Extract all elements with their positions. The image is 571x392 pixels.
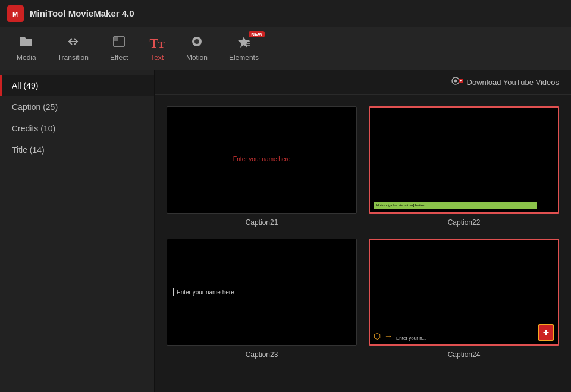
svg-text:M: M [12, 11, 18, 18]
nav-item-elements[interactable]: NEW Elements [218, 27, 269, 70]
svg-point-5 [194, 39, 199, 44]
nav-label-transition: Transition [58, 54, 89, 62]
caption22-label: Caption22 [448, 218, 481, 227]
download-icon [451, 76, 463, 88]
caption24-content: ⬡ → Enter your n... [370, 240, 558, 344]
caption23-label: Caption23 [246, 350, 278, 359]
list-item[interactable]: Enter your name here Caption23 [167, 239, 357, 359]
sidebar-item-all[interactable]: All (49) [0, 75, 154, 96]
content-panel[interactable]: Download YouTube Videos Enter your name … [155, 70, 571, 392]
download-youtube-button[interactable]: Download YouTube Videos [451, 76, 559, 88]
sidebar-item-title[interactable]: Title (14) [0, 139, 154, 161]
app-title: MiniTool MovieMaker 4.0 [30, 8, 134, 18]
sidebar-item-credits[interactable]: Credits (10) [0, 118, 154, 139]
motion-icon [190, 36, 203, 51]
download-label: Download YouTube Videos [467, 78, 559, 87]
caption23-thumb[interactable]: Enter your name here [167, 239, 357, 346]
transition-icon [66, 36, 80, 51]
nav-label-motion: Motion [186, 54, 208, 62]
list-item[interactable]: ⬡ → Enter your n... + Caption24 [369, 239, 559, 359]
caption22-bar: Motion [globe visualizer] button [374, 202, 537, 209]
list-item[interactable]: Enter your name here Caption21 [167, 106, 357, 227]
media-icon [19, 36, 33, 51]
caption24-arrow: → [384, 331, 393, 341]
svg-rect-3 [114, 37, 118, 41]
sidebar-item-caption[interactable]: Caption (25) [0, 96, 154, 118]
app-logo: M [7, 5, 24, 22]
svg-marker-6 [238, 37, 250, 48]
content-header: Download YouTube Videos [155, 70, 571, 95]
caption23-content: Enter your name here [167, 239, 356, 345]
items-grid: Enter your name here Caption21 Motion [g… [155, 95, 571, 371]
caption21-text: Enter your name here [233, 156, 291, 164]
title-bar: M MiniTool MovieMaker 4.0 [0, 0, 571, 27]
svg-point-11 [454, 80, 457, 83]
text-icon: Tт [149, 36, 164, 51]
caption22-content: Motion [globe visualizer] button [370, 108, 558, 212]
nav-label-text: Text [150, 54, 164, 62]
caption21-thumb[interactable]: Enter your name here [167, 106, 357, 214]
nav-item-transition[interactable]: Transition [47, 27, 99, 70]
elements-badge: NEW [249, 31, 265, 37]
caption24-thumb[interactable]: ⬡ → Enter your n... + [369, 239, 559, 346]
nav-item-motion[interactable]: Motion [175, 27, 218, 70]
nav-item-media[interactable]: Media [6, 27, 47, 70]
add-to-timeline-button[interactable]: + [538, 324, 554, 341]
nav-label-effect: Effect [110, 54, 128, 62]
main-area: All (49) Caption (25) Credits (10) Title… [0, 70, 571, 392]
nav-label-media: Media [17, 54, 36, 62]
nav-item-effect[interactable]: Effect [99, 27, 139, 70]
sidebar: All (49) Caption (25) Credits (10) Title… [0, 70, 155, 392]
nav-label-elements: Elements [229, 54, 259, 62]
caption21-label: Caption21 [246, 218, 278, 227]
list-item[interactable]: Motion [globe visualizer] button Caption… [369, 106, 559, 227]
nav-item-text[interactable]: Tт Text [139, 27, 175, 70]
elements-icon [237, 36, 251, 51]
effect-icon [112, 36, 126, 51]
caption21-content: Enter your name here [167, 107, 356, 213]
caption22-thumb[interactable]: Motion [globe visualizer] button [369, 106, 559, 214]
top-nav: Media Transition Effect Tт Text Mot [0, 27, 571, 70]
caption24-icon: ⬡ [374, 331, 381, 341]
cursor-icon [173, 288, 174, 296]
caption24-label: Caption24 [448, 350, 481, 359]
